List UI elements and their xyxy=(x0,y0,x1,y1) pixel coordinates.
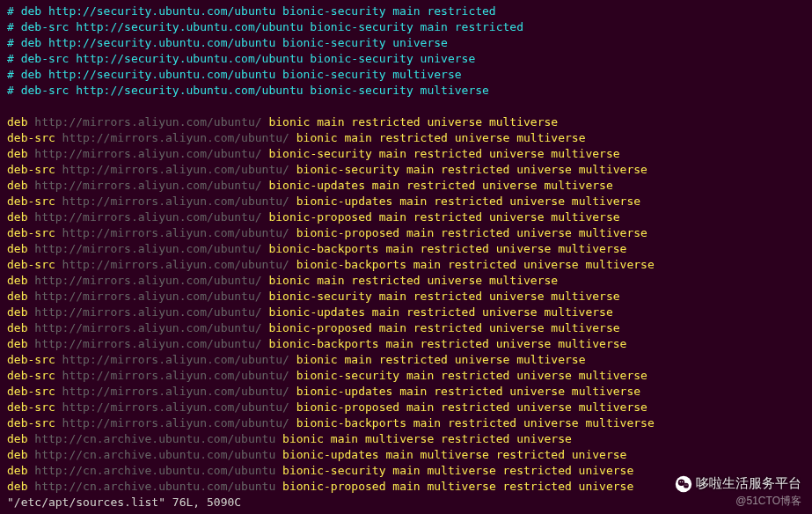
repo-url: http://mirrors.aliyun.com/ubuntu/ xyxy=(27,321,268,334)
source-line: deb http://mirrors.aliyun.com/ubuntu/ bi… xyxy=(7,273,805,289)
repo-url: http://mirrors.aliyun.com/ubuntu/ xyxy=(27,179,268,192)
deb-type: deb-src xyxy=(7,195,55,208)
suite-components: bionic-backports main restricted univers… xyxy=(296,416,655,430)
repo-url: http://cn.archive.ubuntu.com/ubuntu xyxy=(27,480,282,493)
suite-components: bionic-updates main restricted universe … xyxy=(268,305,612,319)
comment-line: # deb-src http://security.ubuntu.com/ubu… xyxy=(7,83,805,99)
suite-components: bionic main restricted universe multiver… xyxy=(296,353,586,366)
source-line: deb http://mirrors.aliyun.com/ubuntu/ bi… xyxy=(7,289,805,305)
comment-line: # deb-src http://security.ubuntu.com/ubu… xyxy=(7,51,805,67)
deb-type: deb xyxy=(7,147,27,160)
suite-components: bionic-proposed main restricted universe… xyxy=(296,226,647,239)
suite-components: bionic-proposed main restricted universe… xyxy=(268,210,619,224)
suite-components: bionic main restricted universe multiver… xyxy=(296,131,586,144)
source-line: deb http://mirrors.aliyun.com/ubuntu/ bi… xyxy=(7,178,805,194)
deb-type: deb xyxy=(7,305,27,319)
repo-url: http://mirrors.aliyun.com/ubuntu/ xyxy=(27,337,268,350)
deb-type: deb xyxy=(7,210,27,224)
repo-url: http://mirrors.aliyun.com/ubuntu/ xyxy=(27,210,268,224)
source-line: deb http://mirrors.aliyun.com/ubuntu/ bi… xyxy=(7,114,805,130)
suite-components: bionic-security main restricted universe… xyxy=(296,369,647,382)
svg-point-2 xyxy=(684,483,689,488)
repo-url: http://mirrors.aliyun.com/ubuntu/ xyxy=(27,242,268,255)
suite-components: bionic-backports main restricted univers… xyxy=(296,258,655,271)
sub-watermark: @51CTO博客 xyxy=(735,493,801,509)
deb-type: deb-src xyxy=(7,369,55,382)
repo-url: http://mirrors.aliyun.com/ubuntu/ xyxy=(27,147,268,160)
terminal-editor[interactable]: # deb http://security.ubuntu.com/ubuntu … xyxy=(7,4,805,510)
repo-url: http://mirrors.aliyun.com/ubuntu/ xyxy=(55,195,296,208)
deb-type: deb xyxy=(7,179,27,192)
repo-url: http://cn.archive.ubuntu.com/ubuntu xyxy=(27,464,282,477)
suite-components: bionic-security main restricted universe… xyxy=(296,163,647,176)
source-line: deb-src http://mirrors.aliyun.com/ubuntu… xyxy=(7,257,805,273)
repo-url: http://mirrors.aliyun.com/ubuntu/ xyxy=(55,369,296,382)
deb-type: deb xyxy=(7,274,27,287)
deb-type: deb xyxy=(7,321,27,334)
repo-url: http://mirrors.aliyun.com/ubuntu/ xyxy=(55,163,296,176)
source-line: deb-src http://mirrors.aliyun.com/ubuntu… xyxy=(7,384,805,400)
svg-point-5 xyxy=(684,485,685,486)
deb-type: deb-src xyxy=(7,258,55,271)
suite-components: bionic-backports main restricted univers… xyxy=(268,242,626,255)
deb-type: deb xyxy=(7,448,27,461)
repo-url: http://mirrors.aliyun.com/ubuntu/ xyxy=(55,258,296,271)
vim-status-line: "/etc/apt/sources.list" 76L, 5090C xyxy=(7,495,805,510)
suite-components: bionic-security main restricted universe… xyxy=(268,147,619,160)
suite-components: bionic-updates main restricted universe … xyxy=(268,179,612,192)
suite-components: bionic-proposed main restricted universe… xyxy=(268,321,619,334)
wechat-watermark: 哆啦生活服务平台 xyxy=(675,475,801,493)
source-line: deb http://cn.archive.ubuntu.com/ubuntu … xyxy=(7,447,805,463)
deb-type: deb-src xyxy=(7,385,55,398)
deb-type: deb xyxy=(7,480,27,493)
source-line: deb-src http://mirrors.aliyun.com/ubuntu… xyxy=(7,130,805,146)
source-line: deb http://mirrors.aliyun.com/ubuntu/ bi… xyxy=(7,320,805,336)
deb-type: deb-src xyxy=(7,163,55,176)
repo-url: http://mirrors.aliyun.com/ubuntu/ xyxy=(55,226,296,239)
repo-url: http://mirrors.aliyun.com/ubuntu/ xyxy=(27,305,268,319)
suite-components: bionic-backports main restricted univers… xyxy=(268,337,626,350)
suite-components: bionic main restricted universe multiver… xyxy=(268,274,558,287)
comment-line: # deb http://security.ubuntu.com/ubuntu … xyxy=(7,4,805,19)
svg-point-3 xyxy=(680,481,681,482)
deb-type: deb xyxy=(7,432,27,445)
source-line: deb http://mirrors.aliyun.com/ubuntu/ bi… xyxy=(7,146,805,162)
comment-line: # deb http://security.ubuntu.com/ubuntu … xyxy=(7,67,805,83)
wechat-icon xyxy=(675,475,692,493)
suite-components: bionic-updates main restricted universe … xyxy=(296,195,640,208)
source-line: deb http://mirrors.aliyun.com/ubuntu/ bi… xyxy=(7,336,805,352)
repo-url: http://cn.archive.ubuntu.com/ubuntu xyxy=(27,432,282,445)
suite-components: bionic-proposed main multiverse restrict… xyxy=(282,480,633,493)
source-line: deb-src http://mirrors.aliyun.com/ubuntu… xyxy=(7,225,805,241)
suite-components: bionic main restricted universe multiver… xyxy=(268,115,558,128)
suite-components: bionic-proposed main restricted universe… xyxy=(296,400,647,414)
repo-url: http://mirrors.aliyun.com/ubuntu/ xyxy=(27,290,268,303)
source-line: deb-src http://mirrors.aliyun.com/ubuntu… xyxy=(7,400,805,415)
suite-components: bionic-security main multiverse restrict… xyxy=(282,464,633,477)
blank-line xyxy=(7,99,805,114)
repo-url: http://mirrors.aliyun.com/ubuntu/ xyxy=(27,274,268,287)
deb-type: deb xyxy=(7,290,27,303)
repo-url: http://cn.archive.ubuntu.com/ubuntu xyxy=(27,448,282,461)
deb-type: deb-src xyxy=(7,353,55,366)
repo-url: http://mirrors.aliyun.com/ubuntu/ xyxy=(55,416,296,430)
source-line: deb-src http://mirrors.aliyun.com/ubuntu… xyxy=(7,194,805,209)
source-line: deb http://cn.archive.ubuntu.com/ubuntu … xyxy=(7,431,805,447)
source-line: deb-src http://mirrors.aliyun.com/ubuntu… xyxy=(7,162,805,178)
comment-line: # deb http://security.ubuntu.com/ubuntu … xyxy=(7,35,805,51)
watermark-text: 哆啦生活服务平台 xyxy=(696,475,801,490)
deb-type: deb-src xyxy=(7,131,55,144)
repo-url: http://mirrors.aliyun.com/ubuntu/ xyxy=(55,385,296,398)
repo-url: http://mirrors.aliyun.com/ubuntu/ xyxy=(55,400,296,414)
repo-url: http://mirrors.aliyun.com/ubuntu/ xyxy=(55,353,296,366)
deb-type: deb xyxy=(7,337,27,350)
suite-components: bionic-security main restricted universe… xyxy=(268,290,619,303)
deb-type: deb-src xyxy=(7,416,55,430)
source-line: deb-src http://mirrors.aliyun.com/ubuntu… xyxy=(7,415,805,431)
repo-url: http://mirrors.aliyun.com/ubuntu/ xyxy=(27,115,268,128)
source-line: deb http://mirrors.aliyun.com/ubuntu/ bi… xyxy=(7,241,805,257)
deb-type: deb-src xyxy=(7,226,55,239)
source-line: deb-src http://mirrors.aliyun.com/ubuntu… xyxy=(7,352,805,368)
suite-components: bionic main multiverse restricted univer… xyxy=(282,432,572,445)
suite-components: bionic-updates main restricted universe … xyxy=(296,385,640,398)
